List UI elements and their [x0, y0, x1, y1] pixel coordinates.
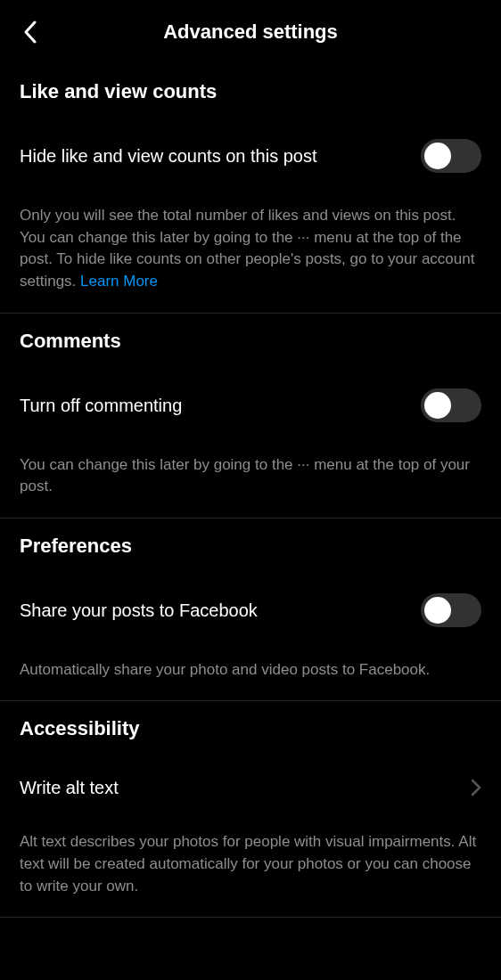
toggle-hide-likes[interactable]	[421, 139, 481, 173]
section-title-comments: Comments	[20, 330, 481, 353]
section-title-likes: Like and view counts	[20, 80, 481, 103]
section-comments: Comments Turn off commenting You can cha…	[0, 314, 501, 519]
section-accessibility: Accessibility Write alt text Alt text de…	[0, 701, 501, 918]
description-likes: Only you will see the total number of li…	[20, 205, 481, 293]
label-hide-likes: Hide like and view counts on this post	[20, 144, 317, 167]
toggle-turn-off-commenting[interactable]	[421, 388, 481, 422]
page-title: Advanced settings	[18, 20, 483, 44]
label-turn-off-commenting: Turn off commenting	[20, 394, 182, 417]
toggle-knob	[424, 392, 451, 419]
learn-more-link[interactable]: Learn More	[80, 273, 158, 290]
description-accessibility: Alt text describes your photos for peopl…	[20, 831, 481, 897]
toggle-share-facebook[interactable]	[421, 593, 481, 627]
row-turn-off-commenting: Turn off commenting	[20, 388, 481, 422]
row-hide-likes: Hide like and view counts on this post	[20, 139, 481, 173]
label-write-alt-text: Write alt text	[20, 776, 119, 799]
header: Advanced settings	[0, 0, 501, 64]
chevron-left-icon	[23, 20, 37, 44]
toggle-knob	[424, 597, 451, 624]
section-title-accessibility: Accessibility	[20, 717, 481, 740]
row-write-alt-text[interactable]: Write alt text	[20, 776, 481, 799]
description-preferences: Automatically share your photo and video…	[20, 659, 481, 682]
label-share-facebook: Share your posts to Facebook	[20, 599, 258, 622]
back-button[interactable]	[18, 20, 43, 45]
section-preferences: Preferences Share your posts to Facebook…	[0, 519, 501, 702]
row-share-facebook: Share your posts to Facebook	[20, 593, 481, 627]
description-comments: You can change this later by going to th…	[20, 454, 481, 498]
chevron-right-icon	[471, 779, 481, 796]
toggle-knob	[424, 143, 451, 169]
section-likes: Like and view counts Hide like and view …	[0, 64, 501, 314]
section-title-preferences: Preferences	[20, 535, 481, 558]
